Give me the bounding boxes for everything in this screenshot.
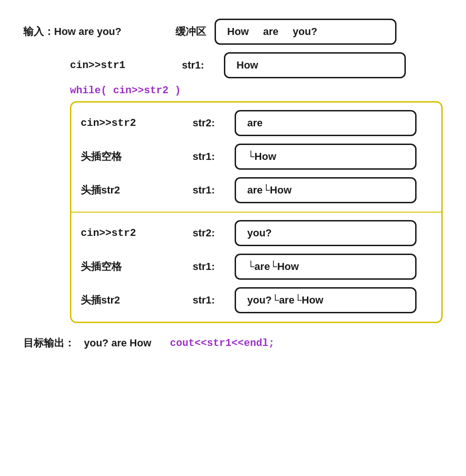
loop1-space-label: 头插空格	[81, 150, 193, 164]
loop-iteration-2: cin>>str2 str2: you? 头插空格 str1: └are└How…	[71, 213, 441, 322]
loop1-str2-row: 头插str2 str1: are└How	[81, 177, 432, 203]
loop1-cin-label: cin>>str2	[81, 117, 193, 129]
input-label: 输入：	[23, 25, 54, 39]
loop1-space-row: 头插空格 str1: └How	[81, 144, 432, 170]
loop1-str1-space-value: └How	[247, 151, 276, 163]
loop2-str1-after-str2-label: str1:	[193, 294, 230, 306]
while-row: while( cin>>str2 )	[70, 85, 443, 97]
str1-box-1: How	[224, 52, 406, 78]
buffer-label: 缓冲区	[175, 25, 206, 39]
loop1-str1-space-box: └How	[235, 144, 417, 170]
loop2-cin-row: cin>>str2 str2: you?	[81, 220, 432, 246]
loop2-str2-row: 头插str2 str1: you?└are└How	[81, 287, 432, 313]
loop2-str1-after-space-label: str1:	[193, 261, 230, 273]
loop2-cin-label: cin>>str2	[81, 228, 193, 239]
loop1-str1-str2-box: are└How	[235, 177, 417, 203]
str1-value-1: How	[236, 59, 258, 71]
loop-wrapper: cin>>str2 str2: are 头插空格 str1: └How 头插st…	[70, 101, 443, 323]
loop2-str1-str2-box: you?└are└How	[235, 287, 417, 313]
loop1-str2-box: are	[235, 110, 417, 136]
loop-iteration-1: cin>>str2 str2: are 头插空格 str1: └How 头插st…	[71, 103, 441, 212]
loop1-headstr2-label: 头插str2	[81, 183, 193, 197]
buffer-value: How are you?	[227, 26, 317, 38]
loop2-str1-space-value: └are└How	[247, 261, 299, 273]
loop2-str1-str2-value: you?└are└How	[247, 294, 323, 306]
loop1-cin-row: cin>>str2 str2: are	[81, 110, 432, 136]
target-value: you? are How	[84, 337, 151, 349]
loop1-str2-value: are	[247, 117, 263, 129]
loop1-str1-str2-value: are└How	[247, 184, 292, 196]
loop2-str2-value: you?	[247, 227, 272, 239]
loop2-str2-label: str2:	[193, 227, 230, 239]
loop1-str2-label: str2:	[193, 117, 230, 129]
cin-str1-label: cin>>str1	[70, 60, 182, 71]
buffer-box: How are you?	[215, 19, 396, 45]
str1-label-1: str1:	[182, 59, 219, 71]
loop1-str1-after-str2-label: str1:	[193, 184, 230, 196]
loop2-headstr2-label: 头插str2	[81, 293, 193, 307]
loop1-str1-after-space-label: str1:	[193, 151, 230, 163]
cin-str1-row: cin>>str1 str1: How	[70, 52, 443, 78]
target-label: 目标输出：	[23, 336, 75, 350]
loop2-space-label: 头插空格	[81, 260, 193, 274]
loop2-str2-box: you?	[235, 220, 417, 246]
loop2-space-row: 头插空格 str1: └are└How	[81, 254, 432, 280]
while-label: while( cin>>str2 )	[70, 85, 181, 97]
footer-row: 目标输出： you? are How cout<<str1<<endl;	[23, 336, 443, 350]
input-row: 输入： How are you? 缓冲区 How are you?	[23, 19, 443, 45]
loop2-str1-space-box: └are└How	[235, 254, 417, 280]
footer-code: cout<<str1<<endl;	[170, 338, 274, 349]
input-value: How are you?	[54, 26, 157, 38]
